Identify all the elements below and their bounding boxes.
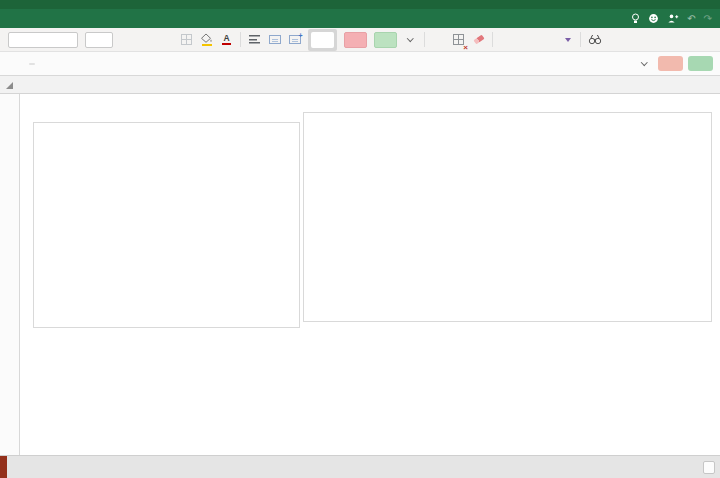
row-header-gutter — [0, 94, 20, 455]
fill-bucket-icon — [200, 33, 213, 47]
cell-style-bad-chip[interactable] — [344, 32, 367, 48]
cell-style-good-chip[interactable] — [374, 32, 397, 48]
number-format-button[interactable] — [432, 31, 445, 49]
borders-icon — [181, 34, 192, 45]
cancel-entry-button[interactable] — [658, 56, 683, 71]
font-color-icon: A — [222, 34, 231, 46]
toolbar-separator — [580, 32, 581, 47]
filter-funnel-icon — [565, 38, 571, 42]
bar-chart-card[interactable] — [303, 112, 712, 322]
select-all-corner[interactable] — [6, 82, 13, 89]
wrap-text-icon — [269, 35, 281, 44]
chevron-down-icon — [407, 35, 413, 41]
lightbulb-tell-me-icon[interactable] — [631, 13, 640, 24]
sheet-tab-bar — [0, 455, 720, 478]
toolbar-separator — [240, 32, 241, 47]
spreadsheet-grid[interactable] — [0, 94, 720, 455]
formula-bar — [0, 52, 720, 76]
font-size-select[interactable] — [85, 32, 113, 48]
pie-chart-card[interactable] — [33, 122, 300, 328]
fill-color-button[interactable] — [200, 31, 213, 49]
underline-button[interactable] — [160, 31, 173, 49]
status-sum-badge[interactable] — [703, 461, 715, 474]
eraser-icon — [473, 35, 484, 45]
feedback-smiley-icon[interactable] — [648, 13, 659, 24]
insert-cells-button[interactable]: + — [288, 31, 301, 49]
home-toolbar: A + × — [0, 28, 720, 52]
redo-icon[interactable]: ↷ — [704, 14, 712, 24]
formula-dropdown-chevron-icon[interactable] — [641, 59, 647, 65]
align-button[interactable] — [248, 31, 261, 49]
excel-app-window: ↶ ↷ A + — [0, 0, 720, 478]
sort-ascending-button[interactable] — [520, 31, 533, 49]
undo-icon[interactable]: ↶ — [687, 14, 695, 24]
insert-cells-icon: + — [289, 35, 301, 44]
borders-button[interactable] — [180, 31, 193, 49]
cell-style-default-chip — [311, 32, 334, 48]
cell-style-selected[interactable] — [308, 29, 337, 51]
column-header-row — [0, 76, 720, 94]
italic-button[interactable] — [140, 31, 153, 49]
align-left-icon — [249, 35, 260, 44]
clear-button[interactable] — [472, 31, 485, 49]
toolbar-separator — [424, 32, 425, 47]
sort-descending-button[interactable] — [540, 31, 553, 49]
delete-cells-button[interactable]: × — [452, 31, 465, 49]
font-name-select[interactable] — [8, 32, 78, 48]
binoculars-icon — [588, 34, 602, 45]
find-button[interactable] — [588, 31, 602, 49]
autosum-button[interactable] — [500, 31, 513, 49]
font-color-button[interactable]: A — [220, 31, 233, 49]
ribbon-right-icons: ↶ ↷ — [631, 9, 720, 28]
formula-range-chip[interactable] — [29, 63, 35, 65]
wrap-text-button[interactable] — [268, 31, 281, 49]
share-icon[interactable] — [667, 13, 679, 24]
cell-styles-dropdown[interactable] — [404, 31, 417, 49]
formula-input[interactable] — [26, 63, 38, 65]
window-title — [0, 0, 720, 9]
confirm-entry-button[interactable] — [688, 56, 713, 71]
ribbon-tab-bar: ↶ ↷ — [0, 9, 720, 28]
filter-button[interactable] — [560, 31, 573, 49]
scrolled-sheet-tab-edge[interactable] — [0, 456, 7, 478]
bold-button[interactable] — [120, 31, 133, 49]
toolbar-separator — [492, 32, 493, 47]
